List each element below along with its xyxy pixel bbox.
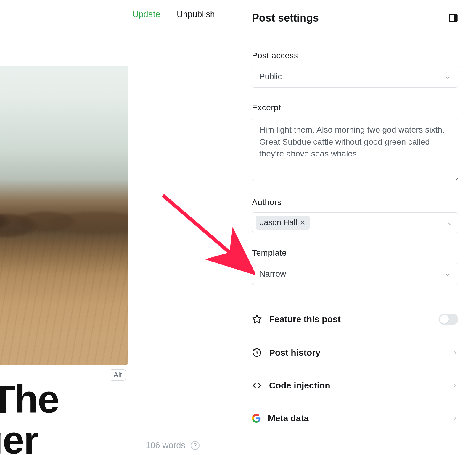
panel-title: Post settings xyxy=(252,12,319,24)
authors-label: Authors xyxy=(252,198,458,207)
post-settings-panel: Post settings Post access Public Excerpt… xyxy=(234,0,476,455)
excerpt-textarea[interactable] xyxy=(252,118,458,181)
google-icon xyxy=(252,414,261,423)
template-field: Template Narrow xyxy=(252,248,458,285)
post-history-label: Post history xyxy=(269,348,320,358)
chevron-right-icon xyxy=(452,349,458,356)
code-injection-label: Code injection xyxy=(269,380,330,391)
post-access-field: Post access Public xyxy=(252,51,458,88)
svg-marker-2 xyxy=(253,315,261,323)
chevron-down-icon xyxy=(444,73,451,80)
help-icon[interactable]: ? xyxy=(191,441,200,450)
template-value: Narrow xyxy=(259,269,286,279)
template-select[interactable]: Narrow xyxy=(252,263,458,285)
code-injection-row[interactable]: Code injection xyxy=(234,369,476,402)
excerpt-field: Excerpt xyxy=(252,103,458,182)
history-icon xyxy=(252,348,262,358)
panel-header: Post settings xyxy=(234,0,476,27)
chevron-down-icon xyxy=(444,271,451,277)
author-tag: Jason Hall ✕ xyxy=(256,216,310,230)
unpublish-button[interactable]: Unpublish xyxy=(177,9,215,19)
word-count: 106 words ? xyxy=(146,441,200,450)
feature-post-toggle[interactable] xyxy=(439,314,458,325)
authors-field: Authors Jason Hall ✕ xyxy=(252,198,458,233)
post-access-label: Post access xyxy=(252,51,458,60)
feature-image[interactable] xyxy=(0,66,128,365)
chevron-down-icon xyxy=(447,220,453,226)
word-count-label: 106 words xyxy=(146,441,185,450)
author-tag-name: Jason Hall xyxy=(260,218,297,227)
post-access-select[interactable]: Public xyxy=(252,66,458,88)
template-label: Template xyxy=(252,248,458,258)
sidebar-toggle-icon[interactable] xyxy=(448,13,458,23)
remove-author-icon[interactable]: ✕ xyxy=(300,219,305,226)
meta-data-row[interactable]: Meta data xyxy=(234,402,476,435)
post-history-row[interactable]: Post history xyxy=(234,336,476,369)
star-icon xyxy=(252,314,262,324)
code-icon xyxy=(252,380,262,391)
post-access-value: Public xyxy=(259,72,282,81)
editor-top-actions: Update Unpublish xyxy=(0,9,234,19)
svg-rect-1 xyxy=(454,14,457,22)
post-title[interactable]: fe: The agger xyxy=(0,379,59,455)
authors-input[interactable]: Jason Hall ✕ xyxy=(252,212,458,233)
alt-text-button[interactable]: Alt xyxy=(110,369,126,381)
update-button[interactable]: Update xyxy=(133,9,160,19)
meta-data-label: Meta data xyxy=(268,413,309,423)
feature-post-label: Feature this post xyxy=(269,314,341,324)
chevron-right-icon xyxy=(452,382,458,389)
panel-body: Post access Public Excerpt Authors Jason… xyxy=(234,27,476,302)
excerpt-label: Excerpt xyxy=(252,103,458,112)
chevron-right-icon xyxy=(452,415,458,422)
feature-post-row[interactable]: Feature this post xyxy=(234,302,476,336)
editor-pane: Update Unpublish Alt fe: The agger 106 w… xyxy=(0,0,234,455)
